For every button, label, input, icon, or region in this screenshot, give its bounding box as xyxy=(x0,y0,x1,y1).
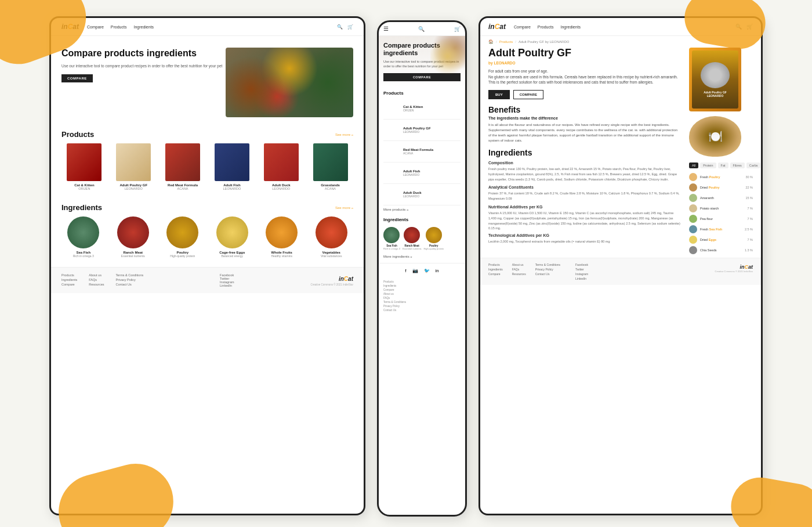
desktop-nav: inCat Compare Products Ingredients 🔍 🛒 xyxy=(51,18,364,36)
mobile-footer-ingredients[interactable]: Ingredients xyxy=(383,284,461,287)
footer-link-terms[interactable]: Terms & Conditions xyxy=(116,273,144,277)
filter-protein[interactable]: Protein xyxy=(700,163,716,168)
footer-link-compare[interactable]: Compare xyxy=(61,283,77,286)
mobile-search-icon[interactable]: 🔍 xyxy=(418,26,425,32)
ing-pct-sea-fish: 2.5 % xyxy=(741,228,753,231)
mobile-ing-poultry[interactable]: Poultry High-quality protein xyxy=(424,227,444,250)
detail-nav-links: Compare Products Ingredients xyxy=(514,25,581,29)
buy-button[interactable]: BUY xyxy=(488,90,510,99)
ingredient-sub-eggs: Balanced energy xyxy=(211,254,255,258)
products-see-more[interactable]: See more » xyxy=(335,133,353,136)
detail-nav-products[interactable]: Products xyxy=(538,25,554,29)
hero-description: Use our interactive tool to compare prod… xyxy=(61,63,226,68)
filter-fibres[interactable]: Fibres xyxy=(730,163,745,168)
detail-footer-products[interactable]: Products xyxy=(488,263,503,266)
detail-footer-facebook[interactable]: Facebook xyxy=(575,263,588,266)
compare-button[interactable]: COMPARE xyxy=(61,74,93,82)
mobile-product-adult-poultry[interactable]: Adult Poultry GF LEONARDO xyxy=(383,120,461,141)
ingredient-card-vegetables[interactable]: Vegetables Vital substances xyxy=(310,216,354,258)
product-card-adult-duck[interactable]: Adult Duck LEONARDO xyxy=(258,143,304,190)
mobile-facebook-icon[interactable]: f xyxy=(405,268,406,273)
ingredients-see-more[interactable]: See more » xyxy=(335,206,353,210)
ing-label-amaranth: Amaranth xyxy=(700,196,738,200)
home-icon[interactable]: 🏠 xyxy=(488,39,494,44)
product-card-cat-kitten[interactable]: Cat & Kitten ORIJEN xyxy=(61,143,107,190)
product-brand[interactable]: LEONARDO xyxy=(494,61,515,65)
ingredient-card-poultry[interactable]: Poultry High-quality protein xyxy=(161,216,205,258)
mobile-footer-aboutus[interactable]: About us xyxy=(383,293,461,295)
mobile-more-ingredients[interactable]: More ingredients » xyxy=(379,252,465,261)
detail-footer-linkedin[interactable]: LinkedIn xyxy=(575,277,588,280)
ingredient-card-eggs[interactable]: Cage-free Eggs Balanced energy xyxy=(211,216,255,258)
mobile-product-red-meat[interactable]: Red Meat Formula ACANA xyxy=(383,141,461,163)
detail-footer-resources[interactable]: Resources xyxy=(512,272,526,276)
detail-footer-privacy[interactable]: Privacy Policy xyxy=(535,268,560,271)
benefits-title: Benefits xyxy=(488,105,681,114)
nav-products[interactable]: Products xyxy=(111,25,127,29)
ing-bar-dried-poultry: Dried Poultry 22 % xyxy=(689,183,753,192)
footer-linkedin[interactable]: LinkedIn xyxy=(220,284,234,287)
kibble-bowl-image: 🍽️ xyxy=(689,116,741,157)
footer-link-privacy[interactable]: Privacy Policy xyxy=(116,278,144,281)
detail-footer-instagram[interactable]: Instagram xyxy=(575,272,588,276)
detail-footer-compare[interactable]: Compare xyxy=(488,272,503,276)
detail-footer-faqs[interactable]: FAQs xyxy=(512,268,526,271)
detail-footer-contact[interactable]: Contact Us xyxy=(535,272,560,276)
footer-link-ingredients[interactable]: Ingredients xyxy=(61,278,77,281)
detail-nav-compare[interactable]: Compare xyxy=(514,25,531,29)
search-icon[interactable]: 🔍 xyxy=(337,24,343,30)
footer-link-about[interactable]: About us xyxy=(89,273,104,277)
mobile-product-adult-fish[interactable]: Adult Fish LEONARDO xyxy=(383,163,461,184)
mobile-pname-cat-kitten: Cat & Kitten xyxy=(403,105,423,109)
footer-link-resources[interactable]: Resources xyxy=(89,283,104,286)
breadcrumb-products[interactable]: Products xyxy=(499,40,513,44)
ing-icon-dried-eggs xyxy=(689,236,697,244)
detail-compare-button[interactable]: COMPARE xyxy=(513,90,543,99)
footer-link-contact[interactable]: Contact Us xyxy=(116,283,144,286)
detail-nav-ingredients[interactable]: Ingredients xyxy=(560,25,581,29)
hamburger-icon[interactable]: ☰ xyxy=(383,26,389,32)
ing-pct-amaranth: 15 % xyxy=(741,196,753,200)
filter-carbs[interactable]: Carbs xyxy=(746,163,761,168)
mobile-twitter-icon[interactable]: 🐦 xyxy=(424,268,430,273)
mobile-ing-meat[interactable]: Ranch Meat Essential nutrients xyxy=(403,227,422,250)
product-card-adult-fish[interactable]: Adult Fish LEONARDO xyxy=(209,143,255,190)
product-card-adult-poultry[interactable]: Adult Poultry GF LEONARDO xyxy=(111,143,157,190)
detail-footer-logo: inCat xyxy=(715,264,753,270)
mobile-more-products[interactable]: More products » xyxy=(379,205,465,214)
mobile-footer-faqs[interactable]: FAQs xyxy=(383,297,461,299)
mobile-linkedin-icon[interactable]: in xyxy=(436,268,439,273)
ingredient-card-meat[interactable]: Ranch Meat Essential nutrients xyxy=(111,216,155,258)
filter-fat[interactable]: Fat xyxy=(718,163,728,168)
mobile-footer-compare[interactable]: Compare xyxy=(383,288,461,291)
detail-footer-twitter[interactable]: Twitter xyxy=(575,268,588,271)
mobile-product-cat-kitten[interactable]: Cat & Kitten ORIJEN xyxy=(383,98,461,120)
cart-icon[interactable]: 🛒 xyxy=(347,24,353,30)
ingredient-card-fruits[interactable]: Whole Fruits Healthy vitamins xyxy=(260,216,304,258)
product-card-grasslands[interactable]: Grasslands ACANA xyxy=(307,143,353,190)
detail-footer-about[interactable]: About us xyxy=(512,263,526,266)
detail-footer-ingredients[interactable]: Ingredients xyxy=(488,268,503,271)
mobile-ing-fish[interactable]: Sea Fish Rich in omega 3 xyxy=(383,227,400,250)
footer-link-products[interactable]: Products xyxy=(61,273,77,277)
mobile-products-title: Products xyxy=(379,87,465,98)
nav-ingredients[interactable]: Ingredients xyxy=(133,25,154,29)
nav-compare[interactable]: Compare xyxy=(87,25,104,29)
mobile-footer-terms[interactable]: Terms & Conditions xyxy=(383,301,461,304)
ingredient-card-fish[interactable]: Sea Fish Rich in omega 3 xyxy=(61,216,106,258)
product-card-red-meat[interactable]: Red Meat Formula ACANA xyxy=(160,143,206,190)
footer-link-faqs[interactable]: FAQs xyxy=(89,278,104,281)
filter-all[interactable]: All xyxy=(689,163,698,168)
ing-label-dried-eggs: Dried Eggs xyxy=(700,238,738,241)
mobile-footer-privacy[interactable]: Privacy Policy xyxy=(383,305,461,308)
mobile-footer-contact[interactable]: Contact Us xyxy=(383,309,461,312)
mobile-thumb-adult-fish xyxy=(383,164,400,182)
mobile-compare-button[interactable]: COMPARE xyxy=(383,73,461,81)
mobile-product-adult-duck[interactable]: Adult Duck LEONARDO xyxy=(383,184,461,205)
mobile-instagram-icon[interactable]: 📷 xyxy=(412,268,418,273)
mobile-footer-products[interactable]: Products xyxy=(383,280,461,283)
detail-footer-terms[interactable]: Terms & Conditions xyxy=(535,263,560,266)
mobile-ingredients-grid: Sea Fish Rich in omega 3 Ranch Meat Esse… xyxy=(379,225,465,252)
mobile-cart-icon[interactable]: 🛒 xyxy=(454,26,461,32)
ing-bar-dried-eggs: Dried Eggs 7 % xyxy=(689,236,753,244)
